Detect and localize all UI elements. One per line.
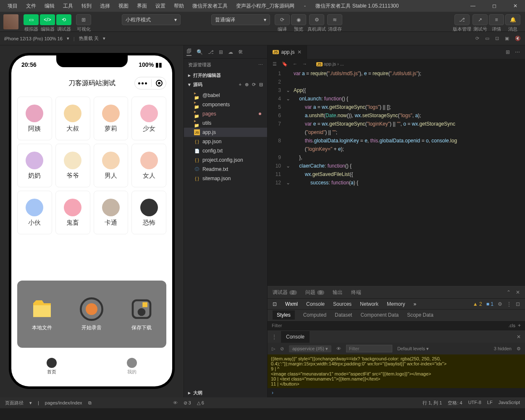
visualize-button[interactable]: ⊞	[76, 14, 91, 25]
menu-item[interactable]: 转到	[77, 1, 96, 11]
remote-debug-button[interactable]: ⚙	[309, 14, 324, 25]
voice-card[interactable]: 鬼畜	[55, 191, 90, 234]
avatar[interactable]	[3, 14, 18, 29]
console-menu-icon[interactable]: ⋮	[268, 334, 281, 340]
compile-button[interactable]: ⟳	[275, 14, 290, 25]
voice-card[interactable]: 男人	[94, 144, 129, 187]
compile-mode-dropdown[interactable]: 普通编译▾	[211, 14, 270, 25]
refresh-icon[interactable]: ⟳	[252, 82, 256, 87]
file-tree-item[interactable]: ⓘ Readme.txt	[184, 165, 267, 174]
console-tab[interactable]: Console	[306, 301, 325, 307]
close-tab-icon[interactable]: ✕	[297, 49, 302, 55]
clear-icon[interactable]: ⊘	[280, 346, 284, 352]
file-tree-item[interactable]: ▸ 📁 components	[184, 100, 267, 109]
menu-item[interactable]: 选择	[96, 1, 114, 11]
menu-item[interactable]: 文件	[22, 1, 40, 11]
save-button[interactable]: 保存下载	[130, 297, 153, 331]
terminal-tab[interactable]: 终端	[351, 289, 361, 296]
dock-icon[interactable]: ⊡	[516, 301, 520, 307]
inspect-icon[interactable]: ⊡	[273, 301, 277, 307]
outline-section[interactable]: ▸大纲	[184, 388, 267, 397]
file-tree-item[interactable]: { } sitemap.json	[184, 174, 267, 183]
editor-button[interactable]: </>	[40, 14, 55, 25]
search-icon[interactable]: 🔍	[197, 49, 203, 55]
cls-toggle[interactable]: .cls	[506, 323, 518, 328]
voice-card[interactable]: 小伙	[17, 191, 52, 234]
git-icon[interactable]: ⎇	[208, 49, 214, 55]
build-icon[interactable]: 🛠	[238, 49, 243, 55]
file-tree-item[interactable]: ▸ 📁 @babel	[184, 91, 267, 100]
new-folder-icon[interactable]: ⊕	[245, 82, 249, 87]
bookmark-icon[interactable]: 🔖	[282, 61, 288, 67]
network-tab[interactable]: Network	[360, 301, 378, 307]
levels-selector[interactable]: Default levels ▾	[397, 346, 429, 352]
menu-item[interactable]: 微信开发者工具	[188, 1, 232, 11]
undock-icon[interactable]: ▣	[505, 36, 509, 41]
more-icon[interactable]: ⋯	[258, 62, 263, 68]
close-icon[interactable]: ✕	[509, 1, 522, 10]
new-file-icon[interactable]: +	[239, 82, 242, 87]
language-selector[interactable]: JavaScript	[499, 400, 520, 406]
toggle-icon[interactable]: ☰	[273, 61, 277, 67]
more-icon[interactable]: ⋯	[515, 49, 520, 55]
warning-count[interactable]: △ 6	[197, 400, 204, 406]
maximize-icon[interactable]: ◻	[488, 1, 501, 10]
more-tabs-icon[interactable]: »	[413, 301, 416, 307]
gear-icon[interactable]: ⚙	[498, 301, 502, 307]
message-button[interactable]: 🔔	[505, 14, 520, 25]
debugger-tab[interactable]: 调试器2	[273, 289, 297, 296]
file-tree-item[interactable]: ▸ 📁 utils	[184, 118, 267, 128]
style-filter-input[interactable]	[272, 323, 506, 328]
record-button[interactable]: 开始录音	[80, 297, 103, 331]
add-style-icon[interactable]: +	[518, 323, 521, 328]
editor-tab[interactable]: JS app.js ✕	[268, 45, 307, 59]
console-prompt[interactable]: ›	[268, 388, 525, 397]
console-filter-input[interactable]	[346, 345, 392, 352]
breadcrumb-path[interactable]: app.js › ...	[324, 61, 344, 66]
menu-item[interactable]: 项目	[3, 1, 22, 11]
file-tree-item[interactable]: 📄 config.txt	[184, 146, 267, 155]
wxml-tab[interactable]: Wxml	[285, 301, 298, 307]
voice-card[interactable]: 女人	[131, 144, 166, 187]
scope-data-tab[interactable]: Scope Data	[407, 312, 433, 318]
styles-tab[interactable]: Styles	[273, 310, 295, 320]
debugger-button[interactable]: ⟲	[56, 14, 71, 25]
info-count[interactable]: ■ 1	[486, 301, 494, 307]
cursor-position[interactable]: 行 1, 列 1	[423, 400, 442, 406]
open-editors-section[interactable]: ▸打开的编辑器	[184, 71, 267, 80]
forward-icon[interactable]: →	[302, 61, 307, 66]
menu-item[interactable]: 视图	[114, 1, 133, 11]
eye-icon[interactable]: 👁	[336, 346, 341, 351]
collapse-icon[interactable]: ⊟	[259, 82, 263, 87]
minimize-icon[interactable]: —	[466, 1, 480, 10]
close-icon[interactable]: ✕	[516, 289, 520, 295]
rotate-icon[interactable]: ⊡	[495, 36, 499, 41]
clear-cache-button[interactable]: ≋	[327, 14, 342, 25]
output-tab[interactable]: 输出	[333, 289, 343, 296]
component-data-tab[interactable]: Component Data	[360, 312, 399, 318]
menu-item[interactable]: 设置	[151, 1, 170, 11]
eol-selector[interactable]: LF	[487, 400, 493, 406]
eye-icon[interactable]: 👁	[173, 400, 178, 405]
hidden-count[interactable]: 3 hidden	[494, 346, 512, 351]
files-icon[interactable]: 🗐	[186, 48, 192, 56]
problems-tab[interactable]: 问题9	[305, 289, 325, 296]
file-tree-item[interactable]: ▸ 📁 pages	[184, 109, 267, 118]
refresh-icon[interactable]: ⟳	[475, 36, 479, 41]
indent-selector[interactable]: 空格: 4	[448, 400, 462, 406]
capsule-button[interactable]	[134, 77, 166, 89]
voice-card[interactable]: 萝莉	[94, 97, 129, 140]
file-tree-item[interactable]: JS app.js	[184, 128, 267, 137]
close-drawer-icon[interactable]: ✕	[512, 334, 525, 340]
voice-card[interactable]: 大叔	[55, 97, 90, 140]
split-icon[interactable]: ⊞	[506, 49, 510, 55]
preview-button[interactable]: ◉	[291, 14, 306, 25]
detail-button[interactable]: ≡	[489, 14, 504, 25]
gear-icon[interactable]: ⚙	[517, 346, 521, 352]
warning-count[interactable]: ▲ 2	[473, 301, 482, 307]
menu-item[interactable]: 工具	[59, 1, 77, 11]
voice-card[interactable]: 卡通	[94, 191, 129, 234]
source-section[interactable]: ▾源码 +⊕⟳⊟	[184, 80, 267, 89]
dataset-tab[interactable]: Dataset	[335, 312, 352, 318]
file-tree-item[interactable]: { } project.config.json	[184, 155, 267, 165]
